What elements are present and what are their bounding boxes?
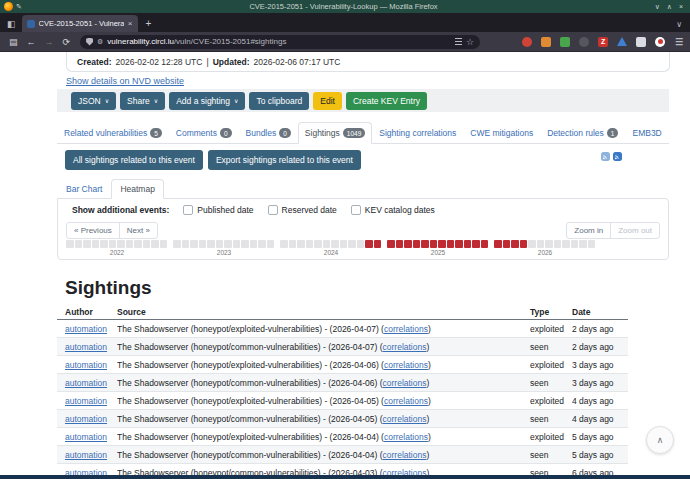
heatmap-year-group: 2026	[494, 240, 596, 256]
next-button[interactable]: Next »	[119, 222, 158, 239]
tab-sighting-correlations[interactable]: Sighting correlations	[372, 122, 463, 144]
rss-feed-icon[interactable]	[613, 152, 622, 161]
count-badge: 0	[220, 128, 232, 138]
type-cell: exploited	[530, 396, 572, 406]
browser-tab[interactable]: CVE-2015-2051 - Vulnerabi ×	[22, 15, 138, 32]
correlations-link[interactable]: correlations	[383, 342, 427, 352]
heatmap-cell	[537, 240, 545, 248]
type-cell: seen	[530, 450, 572, 460]
nav-back-button[interactable]: ←	[27, 37, 36, 47]
author-link[interactable]: automation	[65, 432, 107, 442]
checkbox-published-date[interactable]: Published date	[183, 205, 253, 215]
export-sightings-related-to-this-event-button[interactable]: Export sightings related to this event	[208, 150, 361, 170]
zoom-out-button[interactable]: Zoom out	[610, 222, 660, 239]
checkbox-icon[interactable]	[183, 205, 193, 215]
correlations-link[interactable]: correlations	[384, 360, 428, 370]
window-titlebar: ✎ CVE-2015-2051 - Vulnerability-Lookup —…	[0, 0, 690, 13]
bookmark-star-icon[interactable]: ☆	[466, 37, 474, 47]
timeline-zoom-controls: Zoom inZoom out	[566, 222, 660, 239]
column-header-date: Date	[572, 307, 628, 317]
author-link[interactable]: automation	[65, 396, 107, 406]
heatmap-year-group: 2024	[280, 240, 382, 256]
extension-red-dot-icon[interactable]	[655, 37, 665, 47]
window-minimize-button[interactable]: ∨	[655, 3, 660, 11]
tab-related-vulnerabilities[interactable]: Related vulnerabilities5	[57, 122, 169, 144]
correlations-link[interactable]: correlations	[383, 450, 427, 460]
correlations-link[interactable]: correlations	[384, 396, 428, 406]
edit-button[interactable]: Edit	[313, 92, 342, 110]
correlations-link[interactable]: correlations	[383, 378, 427, 388]
reader-mode-icon[interactable]	[455, 38, 462, 45]
nav-sidebar-button[interactable]: ▤	[9, 37, 18, 47]
to-clipboard-button[interactable]: To clipboard	[249, 92, 309, 110]
created-value: 2026-02-02 12:28 UTC	[115, 57, 202, 67]
source-cell: The Shadowserver (honeypot/common-vulner…	[117, 342, 530, 352]
author-link[interactable]: automation	[65, 450, 107, 460]
source-text: The Shadowserver (honeypot/exploited-vul…	[117, 432, 384, 442]
nav-reload-button[interactable]: ⟳	[63, 37, 71, 47]
updated-label: Updated:	[213, 57, 250, 67]
window-close-button[interactable]: ×	[679, 3, 683, 11]
tab-emb3d[interactable]: EMB3D	[625, 122, 668, 144]
author-link[interactable]: automation	[65, 414, 107, 424]
source-text: The Shadowserver (honeypot/exploited-vul…	[117, 360, 384, 370]
tab-bundles[interactable]: Bundles0	[239, 122, 298, 144]
extension-blue-triangle-icon[interactable]	[617, 37, 627, 46]
window-maximize-button[interactable]: ∧	[667, 3, 672, 11]
atom-feed-icon[interactable]	[601, 152, 610, 161]
author-link[interactable]: automation	[65, 360, 107, 370]
previous-button[interactable]: « Previous	[66, 222, 120, 239]
heatmap-year-group: 2023	[173, 240, 275, 256]
checkbox-icon[interactable]	[351, 205, 361, 215]
source-cell: The Shadowserver (honeypot/exploited-vul…	[117, 432, 530, 442]
nav-forward-button[interactable]: →	[45, 37, 54, 47]
share-button[interactable]: Share∨	[120, 92, 165, 110]
source-text-close: )	[428, 396, 431, 406]
correlations-link[interactable]: correlations	[384, 432, 428, 442]
heatmap-cell	[173, 240, 181, 248]
extension-orange-icon[interactable]	[541, 37, 551, 47]
all-sightings-related-to-this-event-button[interactable]: All sightings related to this event	[65, 150, 203, 170]
date-cell: 4 days ago	[572, 396, 628, 406]
extension-green-icon[interactable]	[560, 37, 570, 47]
site-permissions-icon[interactable]: ⚙	[97, 38, 103, 46]
checkbox-kev-catalog-dates[interactable]: KEV catalog dates	[351, 205, 435, 215]
url-bar[interactable]: ⚙ vulnerability.circl.lu/vuln/CVE-2015-2…	[80, 35, 480, 49]
heatmap-cell	[66, 240, 74, 248]
heatmap-cell	[134, 240, 142, 248]
new-tab-button[interactable]: +	[146, 18, 152, 29]
author-link[interactable]: automation	[65, 342, 107, 352]
extension-light-icon[interactable]	[636, 37, 646, 47]
tab-cwe-mitigations[interactable]: CWE mitigations	[463, 122, 540, 144]
add-a-sighting-button[interactable]: Add a sighting∨	[169, 92, 245, 110]
list-all-tabs-button[interactable]: ∨	[676, 20, 682, 29]
table-row: automationThe Shadowserver (honeypot/com…	[57, 374, 628, 392]
chart-tab-heatmap[interactable]: Heatmap	[111, 179, 164, 199]
type-cell: seen	[530, 378, 572, 388]
sighting-buttons-row: All sightings related to this eventExpor…	[57, 149, 669, 171]
heatmap-cell	[404, 240, 412, 248]
author-cell: automation	[57, 450, 117, 460]
extension-dark-swirl-icon[interactable]	[579, 37, 589, 47]
correlations-link[interactable]: correlations	[383, 414, 427, 424]
firefox-view-button[interactable]: ◧	[7, 19, 16, 29]
tab-close-icon[interactable]: ×	[128, 19, 133, 28]
create-kev-entry-button[interactable]: Create KEV Entry	[346, 92, 427, 110]
checkbox-reserved-date[interactable]: Reserved date	[268, 205, 337, 215]
author-link[interactable]: automation	[65, 378, 107, 388]
tab-sightings[interactable]: Sightings1049	[298, 122, 372, 144]
tracking-shield-icon[interactable]	[86, 38, 93, 46]
extension-red-z-icon[interactable]: Z	[598, 37, 608, 47]
extension-red-circle-icon[interactable]	[522, 37, 532, 47]
scroll-to-top-button[interactable]: ∧	[646, 426, 674, 454]
author-link[interactable]: automation	[65, 324, 107, 334]
checkbox-icon[interactable]	[268, 205, 278, 215]
nvd-details-link[interactable]: Show details on NVD website	[66, 76, 184, 86]
chart-tab-bar-chart[interactable]: Bar Chart	[57, 179, 111, 199]
tab-comments[interactable]: Comments0	[169, 122, 239, 144]
correlations-link[interactable]: correlations	[384, 324, 428, 334]
extension-menu-icon[interactable]: ☰	[674, 37, 684, 47]
zoom-in-button[interactable]: Zoom in	[566, 222, 611, 239]
tab-detection-rules[interactable]: Detection rules1	[540, 122, 625, 144]
json-button[interactable]: JSON∨	[71, 92, 116, 110]
